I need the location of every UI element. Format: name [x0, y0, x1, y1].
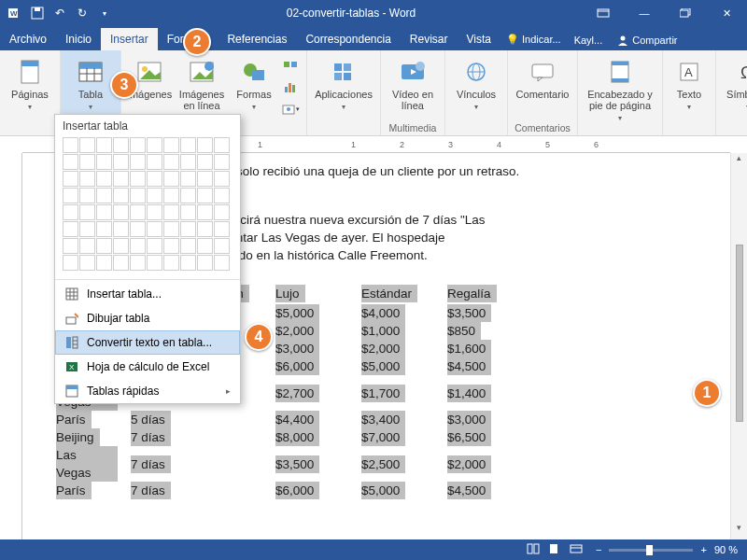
grid-cell[interactable]: [96, 238, 112, 254]
online-video-button[interactable]: Vídeo en línea: [387, 54, 439, 114]
grid-cell[interactable]: [130, 238, 146, 254]
grid-cell[interactable]: [96, 137, 112, 153]
text-button[interactable]: ATexto▾: [669, 54, 710, 116]
grid-cell[interactable]: [163, 238, 179, 254]
zoom-in-button[interactable]: +: [700, 544, 706, 555]
grid-cell[interactable]: [130, 204, 146, 220]
print-layout-button[interactable]: [548, 543, 567, 554]
links-button[interactable]: Vínculos▾: [451, 54, 501, 116]
grid-cell[interactable]: [180, 188, 196, 203]
grid-cell[interactable]: [197, 154, 213, 170]
grid-cell[interactable]: [147, 171, 162, 187]
tab-mail[interactable]: Correspondencia: [296, 28, 400, 50]
grid-cell[interactable]: [180, 221, 196, 237]
grid-cell[interactable]: [113, 221, 129, 237]
header-footer-button[interactable]: Encabezado y pie de página▾: [584, 54, 656, 127]
web-layout-button[interactable]: [570, 543, 588, 554]
grid-cell[interactable]: [113, 154, 129, 170]
grid-cell[interactable]: [63, 238, 78, 254]
tab-view[interactable]: Vista: [458, 28, 500, 50]
zoom-slider[interactable]: [609, 549, 693, 552]
grid-cell[interactable]: [214, 154, 230, 170]
scroll-up-button[interactable]: ▴: [731, 153, 747, 170]
grid-cell[interactable]: [197, 238, 213, 254]
tab-review[interactable]: Revisar: [401, 28, 458, 50]
zoom-level[interactable]: 90 %: [714, 544, 738, 555]
grid-cell[interactable]: [180, 154, 196, 170]
restore-button[interactable]: [665, 0, 706, 26]
scroll-down-button[interactable]: ▾: [731, 523, 747, 539]
smartart-button[interactable]: [280, 54, 301, 75]
grid-cell[interactable]: [197, 221, 213, 237]
grid-cell[interactable]: [96, 255, 112, 271]
grid-cell[interactable]: [197, 255, 213, 271]
screenshot-button[interactable]: ▾: [280, 99, 301, 119]
redo-button[interactable]: ↻: [73, 4, 92, 22]
user-name[interactable]: Kayl...: [567, 30, 611, 50]
chart-button[interactable]: [280, 77, 301, 97]
menu-convert-text-to-table[interactable]: Convertir texto en tabla...: [55, 330, 240, 355]
symbols-button[interactable]: ΩSímbolos▾: [722, 54, 747, 116]
scroll-thumb[interactable]: [736, 245, 743, 422]
insert-table-grid[interactable]: [55, 135, 240, 277]
grid-cell[interactable]: [214, 137, 230, 153]
menu-excel-spreadsheet[interactable]: XHoja de cálculo de Excel: [55, 355, 240, 379]
grid-cell[interactable]: [63, 221, 78, 237]
grid-cell[interactable]: [63, 154, 78, 170]
tab-insert[interactable]: Insertar: [101, 28, 158, 50]
grid-cell[interactable]: [96, 188, 112, 203]
tab-home[interactable]: Inicio: [56, 28, 101, 50]
grid-cell[interactable]: [79, 171, 95, 187]
grid-cell[interactable]: [63, 137, 78, 153]
grid-cell[interactable]: [197, 171, 213, 187]
read-mode-button[interactable]: [527, 543, 545, 554]
grid-cell[interactable]: [130, 137, 146, 153]
grid-cell[interactable]: [96, 204, 112, 220]
apps-button[interactable]: Aplicaciones▾: [313, 54, 374, 116]
grid-cell[interactable]: [147, 238, 162, 254]
minimize-button[interactable]: —: [624, 0, 665, 26]
grid-cell[interactable]: [180, 238, 196, 254]
grid-cell[interactable]: [163, 204, 179, 220]
grid-cell[interactable]: [113, 204, 129, 220]
grid-cell[interactable]: [113, 137, 129, 153]
comment-button[interactable]: Comentario: [514, 54, 571, 103]
vertical-scrollbar[interactable]: ▴ ▾: [730, 153, 747, 539]
share-button[interactable]: Compartir: [610, 30, 684, 50]
grid-cell[interactable]: [130, 221, 146, 237]
vertical-ruler[interactable]: [0, 153, 22, 539]
grid-cell[interactable]: [163, 221, 179, 237]
tell-me[interactable]: 💡 Indicar...: [500, 29, 567, 50]
grid-cell[interactable]: [147, 255, 162, 271]
menu-quick-tables[interactable]: Tablas rápidas▸: [55, 379, 240, 403]
zoom-out-button[interactable]: −: [596, 544, 601, 555]
table-button[interactable]: Tabla▾: [66, 54, 115, 116]
grid-cell[interactable]: [197, 204, 213, 220]
grid-cell[interactable]: [96, 171, 112, 187]
grid-cell[interactable]: [147, 137, 162, 153]
grid-cell[interactable]: [63, 255, 78, 271]
grid-cell[interactable]: [96, 154, 112, 170]
pages-button[interactable]: Páginas▾: [6, 54, 54, 116]
grid-cell[interactable]: [197, 137, 213, 153]
grid-cell[interactable]: [130, 188, 146, 203]
grid-cell[interactable]: [79, 188, 95, 203]
grid-cell[interactable]: [79, 154, 95, 170]
grid-cell[interactable]: [130, 171, 146, 187]
grid-cell[interactable]: [214, 238, 230, 254]
grid-cell[interactable]: [147, 154, 162, 170]
grid-cell[interactable]: [79, 204, 95, 220]
grid-cell[interactable]: [214, 188, 230, 203]
grid-cell[interactable]: [180, 171, 196, 187]
grid-cell[interactable]: [197, 188, 213, 203]
grid-cell[interactable]: [163, 255, 179, 271]
grid-cell[interactable]: [147, 204, 162, 220]
grid-cell[interactable]: [214, 255, 230, 271]
grid-cell[interactable]: [79, 238, 95, 254]
grid-cell[interactable]: [63, 188, 78, 203]
tab-file[interactable]: Archivo: [0, 28, 56, 50]
grid-cell[interactable]: [214, 221, 230, 237]
undo-button[interactable]: ↶: [50, 4, 69, 22]
grid-cell[interactable]: [79, 221, 95, 237]
save-button[interactable]: [28, 4, 47, 22]
